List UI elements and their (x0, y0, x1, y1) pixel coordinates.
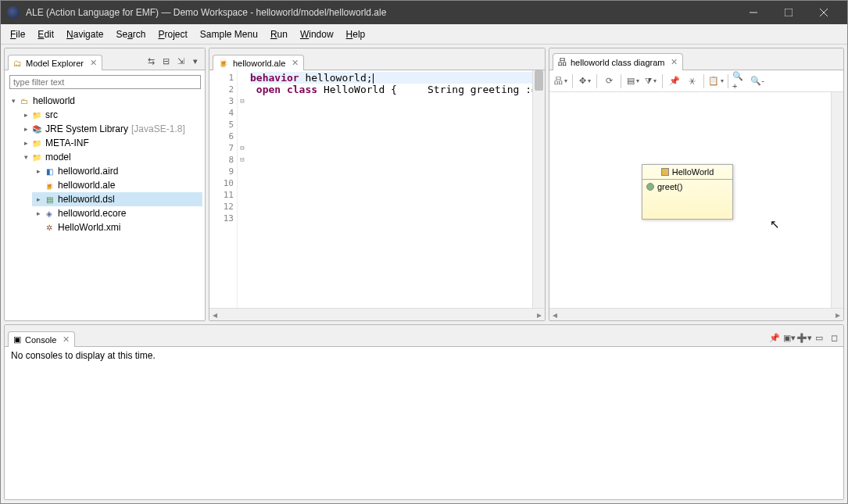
window-title: ALE (Action Language for EMF) — Demo Wor… (26, 7, 735, 18)
console-body: No consoles to display at this time. (5, 347, 843, 499)
diagram-toolbar: 品 ✥ ⟳ ▤ ⧩ 📌 ⚹ 📋 🔍+ 🔍- (549, 70, 843, 92)
maximize-icon (785, 9, 793, 16)
close-icon[interactable] (88, 58, 97, 68)
code-editor-view: 🍺 helloworld.ale 1234 5678 910111213 ⊟ ⊟… (209, 48, 546, 321)
diagram-canvas[interactable]: HelloWorld greet() ↖ (549, 92, 843, 308)
open-console-icon[interactable]: ➕▾ (798, 331, 810, 344)
unpin-button[interactable]: ⚹ (684, 73, 700, 89)
tree-model[interactable]: ▾ 📁 model (20, 150, 202, 164)
tree-jre[interactable]: ▸ 📚 JRE System Library [JavaSE-1.8] (20, 122, 202, 136)
menu-run[interactable]: Run (264, 27, 294, 41)
tab-console[interactable]: ▣ Console (8, 331, 75, 347)
expand-icon[interactable]: ▸ (21, 139, 30, 147)
close-icon[interactable] (668, 57, 678, 67)
pin-console-icon[interactable]: 📌 (768, 331, 781, 344)
tree-file-xmi[interactable]: ✲ HelloWorld.xmi (32, 220, 202, 234)
expand-icon[interactable]: ▸ (34, 167, 43, 175)
pin-button[interactable]: 📌 (667, 73, 682, 89)
expand-icon[interactable]: ▸ (21, 111, 30, 119)
menu-sample[interactable]: Sample Menu (194, 27, 264, 41)
console-tabbar: ▣ Console 📌 ▣▾ ➕▾ ▭ ◻ (5, 325, 843, 347)
menu-help[interactable]: Help (340, 27, 372, 41)
tree-file-aird[interactable]: ▸ ◧ helloworld.aird (32, 164, 202, 178)
view-menu-icon[interactable]: ▾ (189, 55, 202, 67)
tab-helloworld-ale[interactable]: 🍺 helloworld.ale (213, 55, 304, 70)
scroll-right-icon[interactable]: ▸ (835, 309, 840, 320)
scroll-left-icon[interactable]: ◂ (553, 309, 557, 320)
expand-icon[interactable]: ▸ (21, 125, 30, 133)
scroll-thumb[interactable] (535, 70, 543, 91)
tree-file-ale[interactable]: 🍺 helloworld.ale (32, 178, 202, 192)
xmi-icon: ✲ (43, 221, 55, 234)
collapse-all-icon[interactable]: ⊟ (159, 55, 172, 67)
zoom-in-button[interactable]: 🔍+ (732, 73, 748, 89)
code-text[interactable]: behavior helloworld; open class HelloWor… (247, 70, 532, 308)
menu-file[interactable]: File (4, 27, 31, 41)
layers-button[interactable]: ▤ (625, 73, 641, 89)
refresh-button[interactable]: ⟳ (601, 73, 617, 89)
tree-project[interactable]: ▾ 🗀 helloworld (7, 94, 202, 108)
scroll-left-icon[interactable]: ◂ (213, 309, 217, 320)
vertical-scrollbar[interactable] (831, 92, 843, 308)
vertical-scrollbar[interactable] (532, 70, 545, 308)
ale-icon: 🍺 (43, 179, 55, 191)
menu-search[interactable]: Search (109, 27, 152, 41)
tree-file-ecore[interactable]: ▸ ◈ helloworld.ecore (32, 206, 202, 220)
focus-icon[interactable]: ⇲ (174, 55, 187, 67)
horizontal-scrollbar[interactable]: ◂ ▸ (549, 308, 843, 320)
workbench: 🗂 Model Explorer ⇆ ⊟ ⇲ ▾ ▾ (1, 45, 847, 503)
operation-icon (646, 183, 654, 191)
uml-class-helloworld[interactable]: HelloWorld greet() (642, 164, 733, 220)
zoom-out-button[interactable]: 🔍- (750, 73, 765, 89)
close-icon[interactable] (60, 334, 70, 345)
class-icon (661, 168, 669, 176)
filters-button[interactable]: ⧩ (642, 73, 658, 89)
uml-op-label: greet() (657, 182, 682, 191)
maximize-view-icon[interactable]: ◻ (828, 331, 840, 344)
diagram-icon: 品 (558, 56, 567, 68)
menu-edit[interactable]: Edit (31, 27, 60, 41)
display-console-icon[interactable]: ▣▾ (783, 331, 796, 344)
maximize-button[interactable] (771, 1, 806, 24)
close-icon (820, 9, 828, 16)
ale-icon: 🍺 (218, 58, 229, 68)
select-button[interactable]: ✥ (577, 73, 592, 89)
dsl-icon: ▤ (43, 193, 55, 206)
close-button[interactable] (806, 1, 841, 24)
close-icon[interactable] (289, 58, 299, 68)
uml-operation[interactable]: greet() (646, 182, 728, 191)
expand-icon[interactable]: ▾ (21, 153, 30, 161)
tab-model-explorer[interactable]: 🗂 Model Explorer (8, 55, 102, 70)
menu-navigate[interactable]: Navigate (60, 27, 109, 41)
menu-project[interactable]: Project (152, 27, 193, 41)
tree-file-dsl[interactable]: ▸ ▤ helloworld.dsl (32, 192, 202, 206)
expand-icon[interactable]: ▸ (34, 195, 43, 203)
library-icon: 📚 (30, 123, 43, 135)
menu-window[interactable]: Window (294, 27, 340, 41)
aird-icon: ◧ (43, 165, 55, 177)
tab-class-diagram[interactable]: 品 helloworld class diagram (553, 53, 683, 70)
tree-metainf[interactable]: ▸ 📁 META-INF (20, 136, 202, 150)
scroll-right-icon[interactable]: ▸ (537, 309, 542, 320)
expand-icon[interactable]: ▾ (9, 97, 18, 105)
arrange-button[interactable]: 品 (553, 73, 568, 89)
tree-src[interactable]: ▸ 📁 src (20, 108, 202, 122)
minimize-view-icon[interactable]: ▭ (813, 331, 825, 344)
console-tab-label: Console (25, 335, 56, 345)
diagram-editor-view: 品 helloworld class diagram 品 ✥ ⟳ ▤ ⧩ 📌 (549, 48, 844, 321)
code-area[interactable]: 1234 5678 910111213 ⊟ ⊟⊟ behavior hellow… (209, 70, 545, 308)
diagram-tabbar: 品 helloworld class diagram (549, 48, 843, 70)
horizontal-scrollbar[interactable]: ◂ ▸ (209, 308, 545, 320)
model-explorer-view: 🗂 Model Explorer ⇆ ⊟ ⇲ ▾ ▾ (4, 48, 206, 321)
minimize-button[interactable] (735, 1, 771, 24)
console-message: No consoles to display at this time. (11, 350, 156, 361)
ecore-icon: ◈ (43, 207, 55, 220)
expand-icon[interactable]: ▸ (34, 209, 43, 217)
project-label: helloworld (33, 95, 75, 106)
explorer-icon: 🗂 (13, 59, 22, 68)
fold-column[interactable]: ⊟ ⊟⊟ (238, 70, 247, 308)
link-editor-icon[interactable]: ⇆ (145, 55, 157, 67)
paste-button[interactable]: 📋 (708, 73, 724, 89)
filter-input[interactable] (9, 75, 201, 89)
folder-icon: 📁 (30, 151, 43, 163)
